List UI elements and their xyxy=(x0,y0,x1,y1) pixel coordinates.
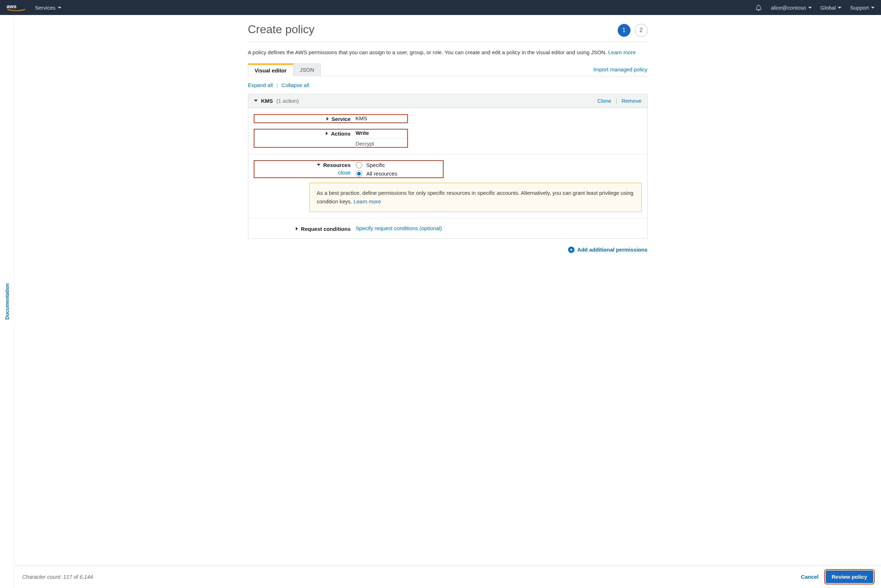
top-nav: aws Services alice@contoso Global Suppor… xyxy=(0,0,881,15)
chevron-down-icon xyxy=(317,164,320,166)
permission-block-header[interactable]: KMS (1 action) Clone | Remove xyxy=(248,94,647,108)
request-conditions-value: Specify request conditions (optional) xyxy=(356,225,642,232)
service-row-label-col: Service xyxy=(254,115,356,122)
footer: Character count: 117 of 6,144. Cancel Re… xyxy=(14,565,881,588)
chevron-down-icon xyxy=(254,99,258,102)
import-managed-policy-link[interactable]: Import managed policy xyxy=(593,66,648,76)
actions-row: Actions Write Decrypt xyxy=(248,129,647,154)
service-value: KMS xyxy=(356,115,368,121)
content-scroll[interactable]: Create policy 1 2 A policy defines the A… xyxy=(14,15,881,565)
character-count: Character count: 117 of 6,144. xyxy=(22,574,95,580)
description-learn-more-link[interactable]: Learn more xyxy=(608,49,636,55)
actions-decrypt-label: Decrypt xyxy=(356,139,407,147)
policy-description: A policy defines the AWS permissions tha… xyxy=(248,48,648,57)
resources-all-radio-row[interactable]: All resources xyxy=(356,171,443,177)
services-menu[interactable]: Services xyxy=(35,4,62,11)
expand-collapse-row: Expand all | Collapse all xyxy=(248,82,648,88)
region-menu[interactable]: Global xyxy=(820,4,841,11)
separator: | xyxy=(276,82,278,88)
resources-row-label-col: Resources close xyxy=(254,161,356,177)
request-conditions-label-col: Request conditions xyxy=(254,225,356,232)
resources-row-highlight: Resources close Specific All resou xyxy=(254,160,443,178)
chevron-right-icon xyxy=(326,132,328,135)
step-2[interactable]: 2 xyxy=(635,24,648,37)
description-text: A policy defines the AWS permissions tha… xyxy=(248,49,607,55)
service-label[interactable]: Service xyxy=(332,116,350,122)
tabs-row: Visual editor JSON Import managed policy xyxy=(248,63,648,76)
remove-link[interactable]: Remove xyxy=(621,98,642,104)
actions-write-label: Write xyxy=(356,130,407,138)
perm-service-name: KMS xyxy=(261,98,273,104)
resources-row: Resources close Specific All resou xyxy=(248,154,647,218)
add-permissions-row: + Add additional permissions xyxy=(248,246,648,253)
resources-options: Specific All resources xyxy=(356,161,443,177)
resources-close-link[interactable]: close xyxy=(338,170,350,176)
caret-down-icon xyxy=(808,7,812,9)
page: Create policy 1 2 A policy defines the A… xyxy=(14,15,881,588)
permission-block: KMS (1 action) Clone | Remove xyxy=(248,94,648,239)
resources-label[interactable]: Resources xyxy=(323,162,351,168)
best-practice-notice: As a best practice, define permissions f… xyxy=(309,183,642,212)
perm-header-left: KMS (1 action) xyxy=(254,98,299,104)
account-label: alice@contoso xyxy=(771,4,806,11)
editor-tabs: Visual editor JSON xyxy=(248,63,321,76)
resources-specific-radio-row[interactable]: Specific xyxy=(356,162,443,168)
caret-down-icon xyxy=(838,7,841,9)
step-1[interactable]: 1 xyxy=(618,24,630,37)
radio-unchecked-icon xyxy=(356,162,362,168)
actions-label[interactable]: Actions xyxy=(331,130,350,136)
service-row-value: KMS xyxy=(356,115,407,122)
chevron-right-icon xyxy=(327,117,329,121)
caret-down-icon xyxy=(871,7,875,9)
add-additional-permissions-button[interactable]: + Add additional permissions xyxy=(568,246,648,253)
best-practice-learn-more-link[interactable]: Learn more xyxy=(354,198,381,204)
cancel-button[interactable]: Cancel xyxy=(801,574,819,580)
clone-link[interactable]: Clone xyxy=(597,98,611,104)
documentation-toggle[interactable]: Documentation xyxy=(4,283,10,320)
caret-down-icon xyxy=(58,7,62,9)
actions-row-values: Write Decrypt xyxy=(356,130,407,147)
notification-bell[interactable] xyxy=(755,4,762,11)
perm-header-right: Clone | Remove xyxy=(597,98,641,104)
page-title: Create policy xyxy=(248,20,315,40)
request-conditions-link[interactable]: Specify request conditions (optional) xyxy=(356,225,442,231)
divider xyxy=(248,42,648,42)
bell-icon xyxy=(755,4,762,11)
resources-all-label: All resources xyxy=(366,171,398,177)
aws-logo[interactable]: aws xyxy=(6,4,26,11)
resources-specific-label: Specific xyxy=(366,162,386,168)
perm-action-count: (1 action) xyxy=(276,98,299,104)
account-menu[interactable]: alice@contoso xyxy=(771,4,812,11)
tab-json[interactable]: JSON xyxy=(293,63,321,76)
actions-row-label-col: Actions xyxy=(254,130,356,147)
expand-all-link[interactable]: Expand all xyxy=(248,82,273,88)
wizard-steps: 1 2 xyxy=(618,24,648,37)
region-label: Global xyxy=(820,4,836,11)
service-row-highlight: Service KMS xyxy=(254,114,407,123)
separator: | xyxy=(616,98,617,104)
collapse-all-link[interactable]: Collapse all xyxy=(282,82,309,88)
plus-circle-icon: + xyxy=(568,246,575,253)
request-conditions-row: Request conditions Specify request condi… xyxy=(248,218,647,238)
svg-text:aws: aws xyxy=(7,4,17,9)
services-label: Services xyxy=(35,4,56,11)
actions-row-highlight: Actions Write Decrypt xyxy=(254,129,407,147)
chevron-right-icon xyxy=(296,227,298,231)
tab-visual-editor[interactable]: Visual editor xyxy=(248,63,294,76)
content: Create policy 1 2 A policy defines the A… xyxy=(237,17,658,264)
review-policy-button[interactable]: Review policy xyxy=(826,570,873,583)
support-label: Support xyxy=(850,4,869,11)
support-menu[interactable]: Support xyxy=(850,4,875,11)
documentation-rail: Documentation xyxy=(0,15,14,588)
page-header: Create policy 1 2 xyxy=(248,20,648,40)
radio-checked-icon xyxy=(356,171,362,177)
add-additional-permissions-label: Add additional permissions xyxy=(577,246,648,253)
request-conditions-label[interactable]: Request conditions xyxy=(301,226,350,232)
service-row: Service KMS xyxy=(248,108,647,129)
footer-actions: Cancel Review policy xyxy=(801,570,873,583)
